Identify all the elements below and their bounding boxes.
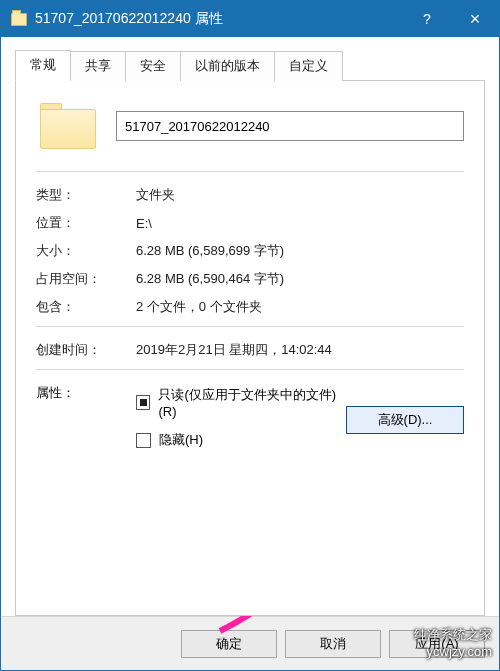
- value-size-on-disk: 6.28 MB (6,590,464 字节): [136, 270, 464, 288]
- checkbox-readonly[interactable]: [136, 395, 150, 410]
- properties-window: 51707_20170622012240 属性 ? × 常规 共享 安全 以前的…: [0, 0, 500, 671]
- dialog-footer: 确定 取消 应用(A): [1, 616, 499, 670]
- tab-previous-versions[interactable]: 以前的版本: [180, 51, 275, 81]
- checkbox-hidden[interactable]: [136, 433, 151, 448]
- cancel-button[interactable]: 取消: [285, 630, 381, 658]
- ok-button[interactable]: 确定: [181, 630, 277, 658]
- tab-security[interactable]: 安全: [125, 51, 181, 81]
- apply-button[interactable]: 应用(A): [389, 630, 485, 658]
- value-type: 文件夹: [136, 186, 464, 204]
- label-contains: 包含：: [36, 298, 136, 316]
- tab-page-general: 类型： 文件夹 位置： E:\ 大小： 6.28 MB (6,589,699 字…: [15, 80, 485, 616]
- value-size: 6.28 MB (6,589,699 字节): [136, 242, 464, 260]
- large-folder-icon: [40, 103, 96, 149]
- help-button[interactable]: ?: [403, 1, 451, 37]
- tab-customize[interactable]: 自定义: [274, 51, 343, 81]
- label-readonly: 只读(仅应用于文件夹中的文件)(R): [158, 386, 346, 419]
- advanced-button[interactable]: 高级(D)...: [346, 406, 464, 434]
- folder-icon: [11, 13, 27, 26]
- value-location: E:\: [136, 216, 464, 231]
- close-button[interactable]: ×: [451, 1, 499, 37]
- tab-strip: 常规 共享 安全 以前的版本 自定义: [15, 49, 485, 80]
- label-size: 大小：: [36, 242, 136, 260]
- label-created: 创建时间：: [36, 341, 136, 359]
- label-size-on-disk: 占用空间：: [36, 270, 136, 288]
- tab-general[interactable]: 常规: [15, 50, 71, 81]
- value-contains: 2 个文件，0 个文件夹: [136, 298, 464, 316]
- folder-name-input[interactable]: [116, 111, 464, 141]
- label-hidden: 隐藏(H): [159, 431, 203, 449]
- window-title: 51707_20170622012240 属性: [35, 10, 223, 28]
- client-area: 常规 共享 安全 以前的版本 自定义 类型： 文件夹 位置： E:\: [1, 37, 499, 616]
- label-attributes: 属性：: [36, 384, 136, 402]
- title-bar: 51707_20170622012240 属性 ? ×: [1, 1, 499, 37]
- value-created: 2019年2月21日 星期四，14:02:44: [136, 341, 464, 359]
- tab-sharing[interactable]: 共享: [70, 51, 126, 81]
- label-location: 位置：: [36, 214, 136, 232]
- label-type: 类型：: [36, 186, 136, 204]
